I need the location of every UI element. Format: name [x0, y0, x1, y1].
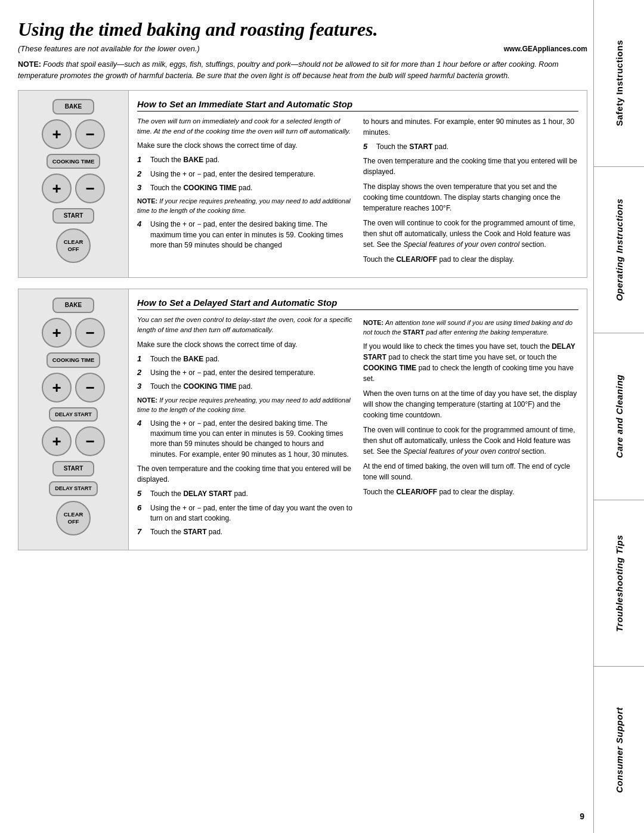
section1-text1: The oven temperature and the cooking tim…	[363, 156, 578, 177]
section2-text5: Touch the CLEAR/OFF pad to clear the dis…	[363, 487, 578, 497]
section1-step4-cont: to hours and minutes. For example, enter…	[363, 116, 578, 138]
sidebar-care-label: Care and Cleaning	[614, 374, 624, 458]
clear-label: CLEAR	[64, 239, 83, 246]
main-note: NOTE: Foods that spoil easily—such as mi…	[18, 59, 587, 82]
section2-step0: Make sure the clock shows the correct ti…	[137, 339, 352, 350]
page-subtitle: (These features are not available for th…	[18, 44, 200, 53]
bake-button-2[interactable]: BAKE	[52, 298, 94, 313]
cooking-time-button-2[interactable]: COOKING TIME	[47, 352, 101, 367]
sidebar-troubleshooting-label: Troubleshooting Tips	[614, 535, 624, 632]
section1-step1: 1 Touch the BAKE pad.	[137, 155, 352, 165]
section1-step3: 3 Touch the COOKING TIME pad.	[137, 183, 352, 193]
section1-block: BAKE + − COOKING TIME + − START CLEAR OF…	[18, 90, 587, 278]
bake-button[interactable]: BAKE	[52, 99, 94, 114]
section1-text4: Touch the CLEAR/OFF pad to clear the dis…	[363, 254, 578, 265]
section2-col-right: NOTE: An attention tone will sound if yo…	[363, 315, 578, 541]
section2-step7: 7 Touch the START pad.	[137, 527, 352, 537]
section2-text4: At the end of timed baking, the oven wil…	[363, 461, 578, 482]
plus-minus-row-2: + −	[42, 174, 105, 203]
section1-text3: The oven will continue to cook for the p…	[363, 218, 578, 250]
website-url: www.GEAppliances.com	[504, 45, 587, 53]
sidebar-safety-label: Safety Instructions	[614, 40, 624, 126]
section2-controls: BAKE + − COOKING TIME + − DELAY START + …	[18, 289, 129, 550]
plus-button-3[interactable]: +	[42, 318, 72, 348]
delay-start-button-2[interactable]: DELAY START	[49, 481, 97, 496]
off-label: OFF	[68, 246, 79, 253]
section2-block: BAKE + − COOKING TIME + − DELAY START + …	[18, 289, 587, 550]
section2-step5: 5 Touch the DELAY START pad.	[137, 489, 352, 499]
minus-button-1[interactable]: −	[75, 119, 105, 149]
section1-step5: 5 Touch the START pad.	[363, 142, 578, 152]
section1-step2: 2 Using the + or − pad, enter the desire…	[137, 169, 352, 179]
note-prefix: NOTE:	[18, 60, 41, 69]
sidebar-consumer: Consumer Support	[594, 667, 644, 833]
page-title: Using the timed baking and roasting feat…	[18, 18, 587, 41]
section2-step1: 1 Touch the BAKE pad.	[137, 354, 352, 364]
section2-step4: 4 Using the + or − pad, enter the desire…	[137, 419, 352, 460]
plus-button-1[interactable]: +	[42, 119, 72, 149]
section2-heading: How to Set a Delayed Start and Automatic…	[137, 298, 578, 310]
plus-button-4[interactable]: +	[42, 373, 72, 402]
minus-button-2[interactable]: −	[75, 174, 105, 203]
clear-label-2: CLEAR	[64, 511, 83, 518]
cooking-time-button[interactable]: COOKING TIME	[47, 154, 101, 169]
section2-two-col: You can set the oven control to delay-st…	[137, 315, 578, 541]
page-wrapper: Using the timed baking and roasting feat…	[0, 0, 644, 833]
section2-note: NOTE: If your recipe requires preheating…	[137, 396, 352, 415]
section2-step6: 6 Using the + or − pad, enter the time o…	[137, 503, 352, 524]
section2-text1: If you would like to check the times you…	[363, 341, 578, 384]
minus-button-4[interactable]: −	[75, 373, 105, 402]
content-area: Using the timed baking and roasting feat…	[0, 0, 593, 833]
right-sidebar: Safety Instructions Operating Instructio…	[593, 0, 644, 833]
sidebar-consumer-label: Consumer Support	[614, 707, 624, 793]
section2-step3: 3 Touch the COOKING TIME pad.	[137, 382, 352, 392]
plus-minus-row-1: + −	[42, 119, 105, 149]
section1-content: How to Set an Immediate Start and Automa…	[129, 91, 587, 277]
sidebar-operating-label: Operating Instructions	[614, 199, 624, 301]
plus-minus-row-3: + −	[42, 318, 105, 348]
section1-controls: BAKE + − COOKING TIME + − START CLEAR OF…	[18, 91, 129, 277]
section2-intro: You can set the oven control to delay-st…	[137, 315, 352, 335]
clear-off-button-2[interactable]: CLEAR OFF	[56, 501, 91, 535]
subtitle-row: (These features are not available for th…	[18, 44, 587, 53]
section1-intro: The oven will turn on immediately and co…	[137, 116, 352, 136]
sidebar-troubleshooting: Troubleshooting Tips	[594, 500, 644, 667]
section2-text-after4: The oven temperature and the cooking tim…	[137, 463, 352, 485]
plus-button-5[interactable]: +	[42, 426, 72, 456]
sidebar-safety: Safety Instructions	[594, 0, 644, 167]
start-button-2[interactable]: START	[52, 461, 94, 476]
off-label-2: OFF	[68, 518, 79, 525]
section1-text2: The display shows the oven temperature t…	[363, 181, 578, 213]
section1-heading: How to Set an Immediate Start and Automa…	[137, 99, 578, 112]
section1-two-col: The oven will turn on immediately and co…	[137, 116, 578, 269]
clear-off-button-1[interactable]: CLEAR OFF	[56, 228, 91, 263]
section2-content: How to Set a Delayed Start and Automatic…	[129, 289, 587, 550]
sidebar-operating: Operating Instructions	[594, 167, 644, 334]
plus-minus-row-5: + −	[42, 426, 105, 456]
section2-col-left: You can set the oven control to delay-st…	[137, 315, 352, 541]
section2-text3: The oven will continue to cook for the p…	[363, 425, 578, 457]
section2-text2: When the oven turns on at the time of da…	[363, 388, 578, 420]
note-text: Foods that spoil easily—such as milk, eg…	[18, 60, 559, 80]
section1-step0: Make sure the clock shows the correct ti…	[137, 140, 352, 151]
page-number: 9	[580, 812, 584, 821]
delay-start-button-1[interactable]: DELAY START	[49, 407, 97, 422]
start-button-1[interactable]: START	[52, 208, 94, 224]
plus-minus-row-4: + −	[42, 373, 105, 402]
sidebar-care: Care and Cleaning	[594, 333, 644, 500]
minus-button-5[interactable]: −	[75, 426, 105, 456]
section1-col-right: to hours and minutes. For example, enter…	[363, 116, 578, 269]
minus-button-3[interactable]: −	[75, 318, 105, 348]
section2-note-right: NOTE: An attention tone will sound if yo…	[363, 318, 578, 337]
section1-col-left: The oven will turn on immediately and co…	[137, 116, 352, 269]
section2-step2: 2 Using the + or − pad, enter the desire…	[137, 368, 352, 378]
plus-button-2[interactable]: +	[42, 174, 72, 203]
section1-note: NOTE: If your recipe requires preheating…	[137, 197, 352, 216]
section1-step4: 4 Using the + or − pad, enter the desire…	[137, 219, 352, 250]
